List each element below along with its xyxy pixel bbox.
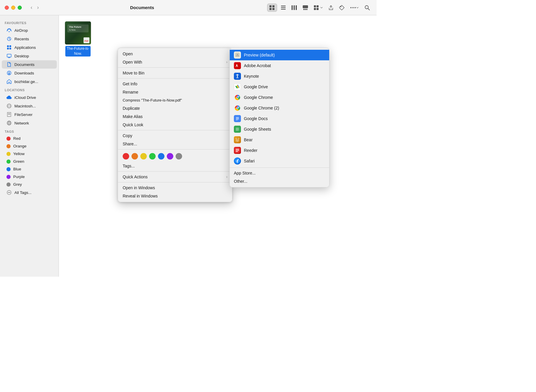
other-label: Other... xyxy=(234,179,247,184)
cm-divider-3 xyxy=(118,130,232,130)
sidebar-item-documents[interactable]: Documents xyxy=(2,60,57,69)
cm-tag-orange[interactable] xyxy=(131,153,138,160)
submenu-sheets[interactable]: Google Sheets xyxy=(230,124,329,134)
grey-tag-dot xyxy=(6,182,11,187)
cm-rename[interactable]: Rename xyxy=(118,88,232,96)
svg-rect-9 xyxy=(296,5,297,10)
sidebar-item-icloud[interactable]: iCloud Drive xyxy=(2,93,57,102)
sidebar-item-network[interactable]: Network xyxy=(2,119,57,127)
cm-open[interactable]: Open xyxy=(118,50,232,58)
submenu-googledocs[interactable]: Google Docs xyxy=(230,113,329,124)
fileserver-label: FileServer xyxy=(14,112,33,117)
svg-rect-61 xyxy=(235,116,240,121)
sidebar-item-all-tags[interactable]: All Tags... xyxy=(2,188,57,197)
sheets-label: Google Sheets xyxy=(244,127,271,132)
cm-copy[interactable]: Copy xyxy=(118,132,232,140)
sidebar-item-downloads[interactable]: Downloads xyxy=(2,69,57,77)
yellow-tag-label: Yellow xyxy=(13,152,25,156)
app-store-label: App Store... xyxy=(234,171,256,175)
submenu-app-store[interactable]: App Store... xyxy=(230,169,329,177)
sidebar-item-tag-yellow[interactable]: Yellow xyxy=(2,150,57,157)
sidebar-item-tag-orange[interactable]: Orange xyxy=(2,142,57,150)
minimize-button[interactable] xyxy=(11,6,15,10)
view-gallery-button[interactable] xyxy=(301,4,310,11)
cm-divider-1 xyxy=(118,67,232,68)
green-tag-dot xyxy=(6,160,11,164)
svg-rect-12 xyxy=(305,9,306,10)
submenu-other[interactable]: Other... xyxy=(230,177,329,185)
cm-divider-5 xyxy=(118,171,232,172)
all-tags-icon xyxy=(6,190,12,195)
cm-open-in-windows[interactable]: Open in Windows xyxy=(118,184,232,192)
submenu-chrome2[interactable]: Google Chrome (2) xyxy=(230,103,329,113)
tag-button[interactable] xyxy=(337,4,347,12)
close-button[interactable] xyxy=(5,6,9,10)
cm-tag-green[interactable] xyxy=(149,153,156,160)
purple-tag-dot xyxy=(6,175,11,179)
cm-share[interactable]: Share... xyxy=(118,140,232,148)
chrome-icon xyxy=(234,94,241,101)
sidebar: Favourites AirDrop Recents xyxy=(0,15,59,277)
view-list-button[interactable] xyxy=(279,4,288,11)
sidebar-item-tag-grey[interactable]: Grey xyxy=(2,181,57,188)
cm-quick-actions[interactable]: Quick Actions › xyxy=(118,173,232,181)
cm-quick-look[interactable]: Quick Look xyxy=(118,121,232,129)
cm-tag-yellow[interactable] xyxy=(140,153,147,160)
submenu-keynote[interactable]: Keynote xyxy=(230,71,329,82)
cm-tag-grey[interactable] xyxy=(176,153,182,160)
submenu-bear[interactable]: Bear xyxy=(230,134,329,145)
svg-point-54 xyxy=(236,77,239,78)
cm-duplicate[interactable]: Duplicate xyxy=(118,104,232,112)
cm-tags-label[interactable]: Tags... xyxy=(118,162,232,170)
cm-tag-blue[interactable] xyxy=(158,153,164,160)
sidebar-item-tag-blue[interactable]: Blue xyxy=(2,165,57,173)
cm-tag-red[interactable] xyxy=(123,153,129,160)
more-button[interactable] xyxy=(348,5,361,10)
svg-rect-4 xyxy=(281,6,286,6)
submenu-preview[interactable]: Preview (default) xyxy=(230,50,329,60)
cm-tag-purple[interactable] xyxy=(167,153,173,160)
cm-open-with[interactable]: Open With › xyxy=(118,58,232,66)
submenu-chrome[interactable]: Google Chrome xyxy=(230,92,329,103)
submenu-acrobat[interactable]: Adobe Acrobat xyxy=(230,60,329,71)
svg-rect-38 xyxy=(8,113,10,114)
svg-point-22 xyxy=(354,7,356,8)
sidebar-item-tag-purple[interactable]: Purple xyxy=(2,173,57,180)
submenu-reeder[interactable]: Reeder xyxy=(230,145,329,156)
svg-point-71 xyxy=(235,138,237,139)
view-columns-button[interactable] xyxy=(289,4,299,11)
sidebar-item-desktop[interactable]: Desktop xyxy=(2,52,57,60)
cm-move-to-bin[interactable]: Move to Bin xyxy=(118,69,232,77)
cm-reveal-in-windows[interactable]: Reveal in Windows xyxy=(118,192,232,200)
svg-rect-11 xyxy=(303,9,304,10)
svg-rect-2 xyxy=(269,8,272,10)
sidebar-item-airdrop[interactable]: AirDrop xyxy=(2,26,57,34)
search-button[interactable] xyxy=(362,4,372,12)
sidebar-item-tag-red[interactable]: Red xyxy=(2,135,57,142)
groupby-button[interactable] xyxy=(312,4,325,11)
share-button[interactable] xyxy=(327,4,335,12)
file-item[interactable]: The Future Is Now. PDF The-Future-is-Now… xyxy=(65,21,91,57)
grey-tag-label: Grey xyxy=(13,182,22,187)
sidebar-item-home[interactable]: bozhidar.ge... xyxy=(2,77,57,86)
cm-get-info[interactable]: Get Info xyxy=(118,80,232,88)
svg-rect-16 xyxy=(314,8,316,10)
submenu-googledrive[interactable]: Google Drive xyxy=(230,82,329,92)
svg-rect-62 xyxy=(236,117,239,118)
file-thumb-text1: The Future xyxy=(69,26,87,29)
view-grid-button[interactable] xyxy=(267,4,277,12)
sidebar-item-tag-green[interactable]: Green xyxy=(2,158,57,165)
cm-make-alias[interactable]: Make Alias xyxy=(118,112,232,121)
svg-point-74 xyxy=(237,140,237,140)
sidebar-item-macintosh[interactable]: Macintosh... xyxy=(2,102,57,110)
submenu-safari[interactable]: Safari xyxy=(230,156,329,166)
sidebar-item-recents[interactable]: Recents xyxy=(2,35,57,43)
svg-rect-17 xyxy=(317,8,319,10)
sidebar-item-applications[interactable]: Applications xyxy=(2,43,57,52)
cm-divider-2 xyxy=(118,78,232,79)
blue-tag-dot xyxy=(6,167,11,171)
sidebar-item-fileserver[interactable]: FileServer xyxy=(2,110,57,119)
svg-rect-63 xyxy=(236,118,239,119)
cm-compress[interactable]: Compress "The-Future-is-Now.pdf" xyxy=(118,96,232,104)
keynote-label: Keynote xyxy=(244,74,259,79)
